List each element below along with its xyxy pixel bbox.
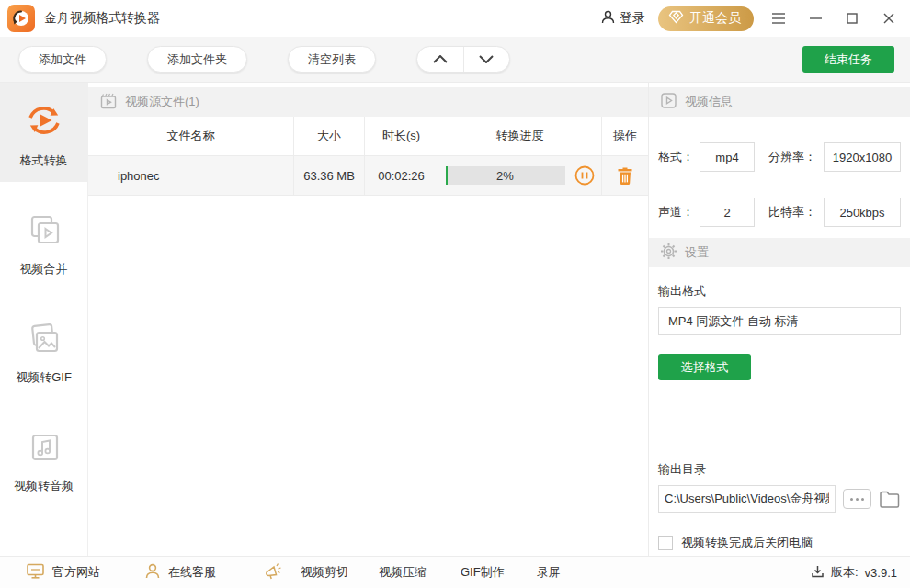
format-convert-icon — [23, 99, 65, 144]
reorder-control — [416, 46, 510, 73]
move-down-button[interactable] — [464, 47, 510, 72]
promo-tools — [264, 562, 284, 583]
output-dir-label: 输出目录 — [649, 461, 910, 478]
monitor-icon — [26, 562, 45, 582]
format-value: mp4 — [700, 142, 755, 172]
video-to-audio-icon — [25, 428, 63, 469]
format-label: 格式： — [658, 149, 694, 165]
progress-label: 2% — [446, 166, 565, 185]
footer: 官方网站 在线客服 视频剪切 视频压缩 GIF制作 录屏 — [0, 556, 910, 588]
source-files-header: 视频源文件(1) — [88, 87, 648, 117]
settings-title: 设置 — [685, 244, 709, 261]
megaphone-icon — [264, 562, 284, 583]
sidebar-label: 视频转GIF — [16, 369, 72, 386]
resolution-label: 分辨率： — [768, 149, 816, 165]
video-info-title: 视频信息 — [685, 94, 733, 110]
user-icon — [600, 9, 616, 28]
video-to-gif-icon — [25, 320, 63, 361]
output-format-value: MP4 同源文件 自动 标清 — [658, 307, 901, 335]
file-size-cell: 63.36 MB — [294, 156, 365, 196]
bitrate-value: 250kbps — [824, 198, 901, 227]
shutdown-checkbox-label: 视频转换完成后关闭电脑 — [681, 535, 813, 551]
progress-cell: 2% — [438, 156, 602, 196]
video-merge-icon — [25, 211, 63, 253]
gear-icon — [660, 243, 677, 263]
table-row[interactable]: iphonec 63.36 MB 00:02:26 2% — [88, 156, 648, 196]
version-value: v3.9.1 — [865, 566, 897, 580]
titlebar: 金舟视频格式转换器 登录 开通会员 — [0, 0, 910, 37]
output-dir-input[interactable] — [658, 485, 836, 513]
login-button[interactable]: 登录 — [600, 9, 645, 28]
col-progress: 转换进度 — [438, 117, 602, 156]
app-logo-icon — [7, 5, 35, 32]
sidebar-label: 视频合并 — [20, 261, 68, 277]
settings-header: 设置 — [649, 238, 910, 267]
shutdown-option: 视频转换完成后关闭电脑 — [658, 535, 901, 551]
vip-label: 开通会员 — [689, 10, 741, 27]
vip-button[interactable]: 开通会员 — [658, 6, 754, 31]
resolution-value: 1920x1080 — [824, 142, 901, 172]
sidebar-label: 视频转音频 — [14, 478, 74, 494]
output-format-label: 输出格式 — [649, 283, 910, 300]
info-row-2: 声道： 2 比特率： 250kbps — [649, 198, 910, 227]
official-site-link[interactable]: 官方网站 — [26, 562, 100, 582]
source-files-title: 视频源文件(1) — [125, 94, 199, 110]
sidebar-item-format-convert[interactable]: 格式转换 — [0, 83, 87, 182]
footer-link-screen-record[interactable]: 录屏 — [537, 564, 561, 581]
close-button[interactable] — [877, 6, 901, 30]
footer-link-video-cut[interactable]: 视频剪切 — [301, 564, 348, 581]
footer-link-video-compress[interactable]: 视频压缩 — [379, 564, 427, 581]
menu-button[interactable] — [767, 6, 791, 30]
version-label: 版本: — [831, 564, 859, 581]
official-site-label: 官方网站 — [52, 564, 100, 581]
footer-link-gif-maker[interactable]: GIF制作 — [461, 564, 505, 581]
table-header: 文件名称 大小 时长(s) 转换进度 操作 — [88, 117, 648, 156]
open-folder-button[interactable] — [879, 490, 901, 508]
browse-button[interactable] — [843, 489, 871, 509]
app-title: 金舟视频格式转换器 — [44, 10, 160, 27]
minimize-button[interactable] — [803, 6, 827, 30]
sidebar-item-video-to-gif[interactable]: 视频转GIF — [0, 303, 87, 399]
toolbar: 添加文件 添加文件夹 清空列表 结束任务 — [0, 37, 910, 83]
info-row-1: 格式： mp4 分辨率： 1920x1080 — [649, 142, 910, 172]
right-panel: 视频信息 格式： mp4 分辨率： 1920x1080 声道： 2 比特率： 2… — [648, 83, 910, 556]
file-table: 文件名称 大小 时长(s) 转换进度 操作 iphonec 63.36 MB 0… — [88, 117, 648, 196]
sidebar: 格式转换 视频合并 — [0, 83, 88, 556]
actions-cell — [602, 156, 648, 196]
gem-icon — [668, 10, 684, 27]
app-window: 金舟视频格式转换器 登录 开通会员 — [0, 0, 910, 588]
bitrate-label: 比特率： — [768, 204, 816, 220]
end-task-button[interactable]: 结束任务 — [802, 46, 894, 73]
add-folder-button[interactable]: 添加文件夹 — [147, 46, 247, 73]
sidebar-item-video-to-audio[interactable]: 视频转音频 — [0, 412, 87, 507]
maximize-button[interactable] — [840, 6, 864, 30]
col-actions: 操作 — [602, 117, 648, 156]
output-dir-row — [658, 485, 901, 513]
choose-format-button[interactable]: 选择格式 — [658, 354, 751, 380]
version-info[interactable]: 版本: v3.9.1 — [811, 564, 897, 582]
add-file-button[interactable]: 添加文件 — [18, 46, 107, 73]
file-duration-cell: 00:02:26 — [365, 156, 438, 196]
delete-button[interactable] — [616, 165, 634, 186]
pause-button[interactable] — [574, 165, 595, 186]
login-label: 登录 — [620, 10, 645, 27]
sidebar-item-video-merge[interactable]: 视频合并 — [0, 195, 87, 290]
clear-list-button[interactable]: 清空列表 — [288, 46, 376, 73]
shutdown-checkbox[interactable] — [658, 536, 673, 550]
col-duration: 时长(s) — [365, 117, 438, 156]
film-icon — [99, 92, 118, 113]
online-service-link[interactable]: 在线客服 — [144, 562, 216, 582]
file-list-panel: 视频源文件(1) 文件名称 大小 时长(s) 转换进度 操作 iphonec 6… — [88, 83, 648, 556]
video-info-header: 视频信息 — [649, 87, 910, 117]
move-up-button[interactable] — [417, 47, 463, 72]
col-size: 大小 — [294, 117, 365, 156]
progress-bar: 2% — [446, 166, 565, 185]
file-name-cell: iphonec — [88, 156, 294, 196]
channels-label: 声道： — [658, 204, 694, 220]
video-play-icon — [660, 92, 677, 112]
update-download-icon — [811, 564, 825, 582]
sidebar-label: 格式转换 — [20, 153, 68, 169]
col-file-name: 文件名称 — [88, 117, 294, 156]
channels-value: 2 — [700, 198, 755, 227]
service-person-icon — [144, 562, 161, 582]
